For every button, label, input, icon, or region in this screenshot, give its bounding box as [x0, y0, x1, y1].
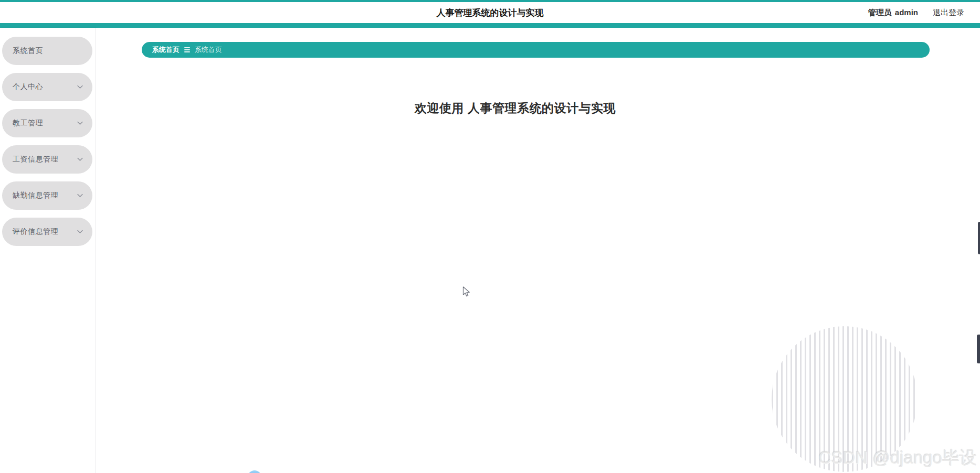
- side-toolbar-button-lower[interactable]: [977, 335, 980, 363]
- sidebar: 系统首页 个人中心 教工管理 工资信息管理 缺勤信息管理: [0, 28, 96, 473]
- sidebar-item-label: 评价信息管理: [13, 227, 58, 236]
- sidebar-item-evaluation-management[interactable]: 评价信息管理: [2, 218, 92, 246]
- sidebar-item-label: 缺勤信息管理: [13, 191, 58, 200]
- csdn-watermark: CSDN @django毕设: [819, 446, 977, 470]
- side-toolbar-button-upper[interactable]: [978, 222, 980, 254]
- chevron-down-icon: [77, 158, 83, 162]
- chevron-down-icon: [77, 85, 83, 89]
- breadcrumb: 系统首页 系统首页: [142, 42, 930, 58]
- breadcrumb-item-home[interactable]: 系统首页: [152, 45, 180, 55]
- app-window: 人事管理系统的设计与实现 管理员admin 退出登录 系统首页 个人中心 教工管…: [0, 0, 980, 473]
- sidebar-item-label: 个人中心: [13, 82, 43, 92]
- sidebar-item-label: 系统首页: [13, 46, 43, 56]
- logout-link[interactable]: 退出登录: [933, 8, 964, 18]
- sidebar-item-staff-management[interactable]: 教工管理: [2, 109, 92, 137]
- chevron-down-icon: [77, 230, 83, 234]
- breadcrumb-item-current: 系统首页: [195, 45, 222, 55]
- sidebar-item-absence-management[interactable]: 缺勤信息管理: [2, 181, 92, 210]
- sidebar-item-salary-management[interactable]: 工资信息管理: [2, 145, 92, 174]
- welcome-heading: 欢迎使用 人事管理系统的设计与实现: [96, 101, 934, 115]
- sidebar-item-personal-center[interactable]: 个人中心: [2, 73, 92, 101]
- user-role-label: 管理员: [868, 8, 892, 17]
- three-lines-icon: [184, 47, 190, 52]
- username: admin: [895, 8, 918, 17]
- header-accent-bar: [0, 23, 980, 28]
- header-user-area: 管理员admin 退出登录: [868, 2, 964, 23]
- current-user: 管理员admin: [868, 8, 918, 18]
- arrow-cursor: [462, 286, 471, 300]
- sidebar-item-home[interactable]: 系统首页: [2, 37, 92, 65]
- chevron-down-icon: [77, 194, 83, 198]
- sidebar-item-label: 工资信息管理: [13, 155, 58, 164]
- app-header: 人事管理系统的设计与实现 管理员admin 退出登录: [0, 0, 980, 23]
- chevron-down-icon: [77, 122, 83, 125]
- page-title: 人事管理系统的设计与实现: [0, 2, 980, 23]
- sidebar-item-label: 教工管理: [13, 119, 43, 128]
